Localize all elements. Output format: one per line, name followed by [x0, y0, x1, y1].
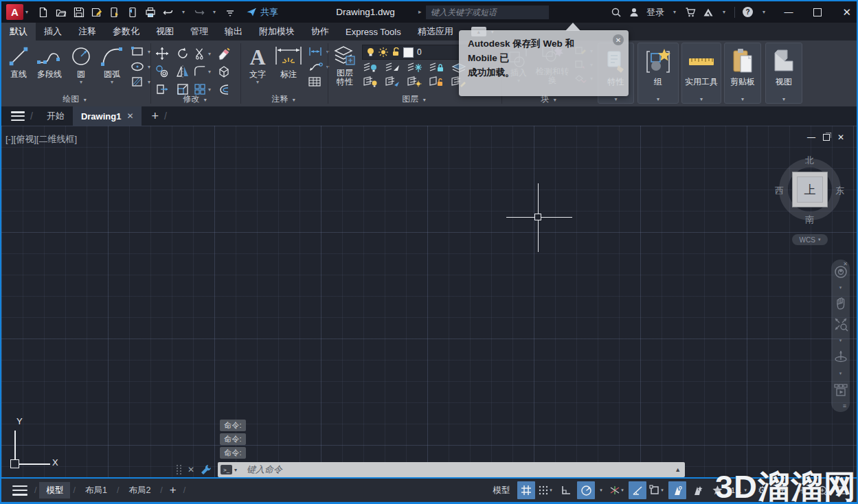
layer-thaw-all-icon[interactable]	[407, 76, 422, 87]
app-menu-button[interactable]: A	[6, 4, 23, 20]
maximize-button[interactable]	[813, 8, 822, 16]
open-file-icon[interactable]	[55, 6, 67, 18]
group-caret-icon[interactable]: ▾	[657, 96, 659, 102]
fillet-button[interactable]: ▾	[194, 65, 213, 78]
grid-toggle[interactable]	[517, 481, 535, 499]
viewport-controls-label[interactable]: [-][俯视][二维线框]	[5, 133, 77, 146]
trim-caret-icon[interactable]: ▾	[208, 51, 211, 57]
command-bar-close-icon[interactable]: ✕	[188, 465, 194, 474]
array-caret-icon[interactable]: ▾	[208, 87, 211, 93]
object-snap-tracking-toggle[interactable]	[629, 481, 646, 499]
autodesk-caret-icon[interactable]: ▾	[723, 9, 725, 15]
layout-tab-model[interactable]: 模型	[39, 482, 70, 499]
new-file-icon[interactable]	[37, 6, 49, 18]
ribbon-tab-default[interactable]: 默认	[1, 23, 36, 41]
circle-button[interactable]: 圆 ▾	[69, 41, 93, 87]
ellipse-button[interactable]: ▾	[131, 61, 153, 72]
properties-caret-icon[interactable]: ▾	[614, 96, 617, 102]
orbit-caret-icon[interactable]: ▾	[839, 371, 842, 376]
rotate-icon[interactable]	[176, 47, 190, 60]
command-prompt-icon[interactable]: >_	[221, 465, 232, 474]
new-drawing-tab-button[interactable]: +	[151, 109, 159, 124]
redo-icon[interactable]	[193, 6, 205, 18]
search-icon[interactable]	[611, 7, 622, 18]
trim-button[interactable]: ▾	[194, 47, 213, 60]
ribbon-tab-manage[interactable]: 管理	[182, 23, 216, 41]
search-expand-icon[interactable]: ▸	[418, 8, 422, 15]
viewport-restore-icon[interactable]	[823, 134, 830, 141]
ortho-toggle[interactable]	[557, 481, 575, 499]
app-menu-caret-icon[interactable]: ▾	[25, 9, 28, 15]
panel-annotate-label[interactable]: 注释 ▾	[242, 93, 327, 105]
arc-button[interactable]: 圆弧 ▾	[99, 41, 125, 87]
polyline-button[interactable]: 多段线	[36, 41, 63, 87]
viewport-minimize-icon[interactable]: —	[807, 133, 815, 142]
object-snap-toggle[interactable]: ▾	[648, 481, 666, 499]
ribbon-tab-view[interactable]: 视图	[148, 23, 182, 41]
undo-caret-icon[interactable]: ▾	[182, 9, 185, 15]
autodesk-mark-icon[interactable]	[703, 7, 714, 18]
layer-previous-icon[interactable]	[385, 76, 400, 87]
share-button[interactable]: 共享	[246, 6, 278, 19]
open-from-mobile-icon[interactable]	[126, 6, 138, 18]
ribbon-tab-output[interactable]: 输出	[216, 23, 251, 41]
panel-clipboard[interactable]: 剪贴板 ▾	[724, 43, 761, 104]
ribbon-tab-collaborate[interactable]: 协作	[303, 23, 337, 41]
isodraft-toggle[interactable]: ▾	[609, 481, 626, 499]
osnap-caret-icon[interactable]: ▾	[661, 488, 664, 493]
panel-group[interactable]: 组 ▾	[637, 43, 679, 104]
viewcube-north[interactable]: 北	[805, 154, 814, 167]
erase-icon[interactable]	[217, 47, 231, 60]
mirror-icon[interactable]	[176, 65, 190, 78]
signin-caret-icon[interactable]: ▾	[673, 9, 676, 15]
line-button[interactable]: 直线	[7, 41, 30, 87]
redo-caret-icon[interactable]: ▾	[213, 9, 216, 15]
layer-unlock-all-icon[interactable]	[429, 76, 444, 87]
layer-match-icon[interactable]	[385, 62, 400, 73]
notification-close-icon[interactable]: ✕	[613, 34, 624, 45]
move-icon[interactable]	[155, 47, 169, 60]
panel-utilities[interactable]: 实用工具 ▾	[681, 43, 721, 104]
copy-icon[interactable]	[155, 65, 169, 78]
utilities-caret-icon[interactable]: ▾	[700, 96, 703, 102]
snap-toggle[interactable]: ▾	[537, 481, 555, 499]
new-layout-button[interactable]: +	[170, 483, 177, 497]
layer-properties-button[interactable]: 图层特性	[332, 41, 357, 87]
layer-freeze-icon[interactable]	[407, 62, 422, 73]
customize-qat-icon[interactable]	[224, 6, 236, 18]
layer-off-icon[interactable]	[363, 62, 379, 73]
plot-icon[interactable]	[144, 6, 156, 18]
layout-menu-icon[interactable]	[12, 485, 27, 496]
search-input[interactable]: 键入关键字或短语	[426, 5, 549, 19]
panel-view[interactable]: 视图 ▾	[765, 43, 802, 104]
isodraft-caret-icon[interactable]: ▾	[621, 488, 624, 493]
ribbon-tab-express-tools[interactable]: Express Tools	[337, 23, 409, 41]
pan-hand-icon[interactable]	[834, 297, 848, 310]
command-expand-icon[interactable]: ▲	[675, 466, 681, 473]
signin-label[interactable]: 登录	[646, 6, 664, 19]
user-icon[interactable]	[629, 7, 640, 18]
undo-icon[interactable]	[162, 6, 174, 18]
zoom-extents-icon[interactable]	[833, 317, 848, 332]
clipboard-caret-icon[interactable]: ▾	[741, 96, 744, 102]
viewcube-east[interactable]: 东	[835, 185, 844, 197]
wcs-dropdown[interactable]: WCS▾	[792, 234, 828, 245]
ribbon-tab-featured-apps[interactable]: 精选应用	[409, 23, 462, 41]
navwheel-caret-icon[interactable]: ▾	[839, 285, 842, 290]
showmotion-icon[interactable]	[833, 382, 848, 398]
save-as-icon[interactable]	[91, 6, 102, 18]
annotation-autoscale-toggle[interactable]	[688, 481, 706, 499]
text-button[interactable]: A 文字 ▾	[246, 41, 269, 87]
ribbon-tab-parametric[interactable]: 参数化	[104, 23, 148, 41]
explode-icon[interactable]	[217, 65, 231, 78]
drawing-canvas[interactable]: [-][俯视][二维线框] — ✕ 北 西 东 南 上 WCS▾ ✕ ▾ ▾ ▾…	[1, 126, 857, 479]
minimize-button[interactable]: —	[784, 7, 793, 17]
cart-icon[interactable]	[685, 7, 696, 18]
command-bar-grip[interactable]	[177, 465, 182, 474]
fillet-caret-icon[interactable]: ▾	[208, 69, 211, 75]
command-recent-caret-icon[interactable]: ▾	[234, 467, 237, 473]
circle-caret-icon[interactable]: ▾	[80, 79, 82, 85]
ribbon-tab-insert[interactable]: 插入	[36, 23, 70, 41]
layer-lock-icon[interactable]	[429, 62, 444, 73]
file-tab-close-icon[interactable]: ✕	[126, 111, 133, 121]
